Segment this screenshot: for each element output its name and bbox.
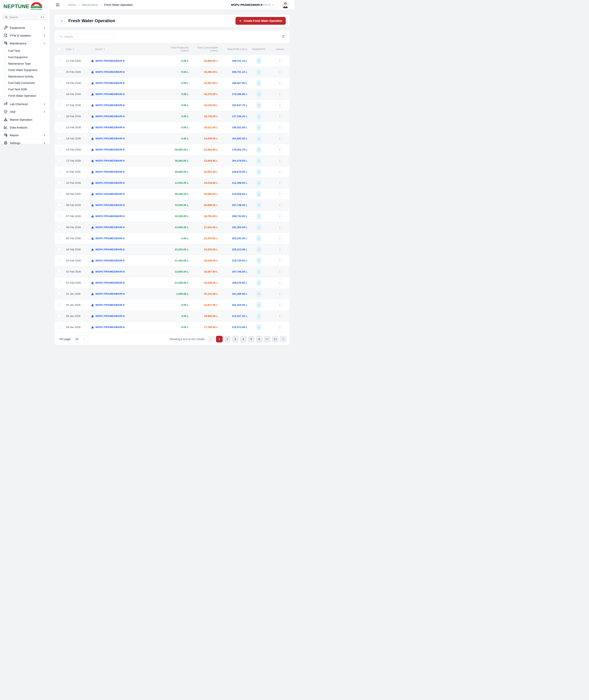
row-actions-button[interactable]: [276, 224, 283, 231]
create-fresh-water-operation-button[interactable]: Create Fresh Water Operation: [235, 17, 286, 25]
equipments-badge[interactable]: 2: [256, 169, 261, 175]
sidebar-item-maintenance[interactable]: Maintenance: [0, 39, 50, 47]
per-page-select[interactable]: 25: [73, 336, 88, 343]
sidebar-item-settings[interactable]: Settings: [0, 139, 50, 147]
sidebar-subitem-maintenance-type[interactable]: Maintenance Type: [8, 60, 50, 67]
row-checkbox[interactable]: [57, 303, 61, 306]
sidebar-search[interactable]: Search ⌘ K: [2, 14, 47, 20]
vessel-link[interactable]: MOPU PRAMESWARI-8: [95, 115, 125, 118]
equipments-badge[interactable]: 2: [256, 146, 261, 153]
equipments-badge[interactable]: 2: [256, 58, 261, 64]
equipments-badge[interactable]: 2: [256, 191, 261, 197]
row-checkbox[interactable]: [57, 125, 61, 129]
sidebar-subitem-fresh-water-equipment[interactable]: Fresh Water Equipment: [8, 67, 50, 73]
vessel-link[interactable]: MOPU PRAMESWARI-8: [95, 159, 125, 162]
pagination-ellipsis[interactable]: •••: [264, 336, 270, 342]
breadcrumb-maintenance[interactable]: Maintenance: [82, 3, 98, 6]
equipments-badge[interactable]: 2: [256, 91, 261, 97]
row-actions-button[interactable]: [276, 268, 283, 275]
sidebar-subitem-fuel-tank-rob[interactable]: Fuel Tank ROB: [8, 86, 50, 92]
sidebar-item-data-analysis[interactable]: Data Analysis: [0, 123, 50, 131]
equipments-badge[interactable]: 2: [256, 113, 261, 119]
row-actions-button[interactable]: [276, 102, 283, 109]
row-actions-button[interactable]: [276, 213, 283, 220]
row-actions-button[interactable]: [276, 68, 283, 75]
row-actions-button[interactable]: [276, 235, 283, 242]
vessel-link[interactable]: MOPU PRAMESWARI-8: [95, 237, 125, 240]
equipments-badge[interactable]: 2: [256, 269, 261, 275]
equipments-badge[interactable]: 2: [256, 158, 261, 164]
row-actions-button[interactable]: [276, 57, 283, 64]
sidebar-item-ptw-isolation[interactable]: PTW & Isolation: [0, 32, 50, 39]
select-all-checkbox[interactable]: [57, 47, 61, 51]
row-checkbox[interactable]: [57, 292, 61, 295]
row-checkbox[interactable]: [57, 103, 61, 107]
equipments-badge[interactable]: 2: [256, 224, 261, 231]
column-header-date[interactable]: Date: [64, 43, 89, 55]
vessel-link[interactable]: MOPU PRAMESWARI-8: [95, 59, 125, 62]
equipments-badge[interactable]: 2: [256, 235, 261, 242]
row-actions-button[interactable]: [276, 91, 283, 98]
row-actions-button[interactable]: [276, 80, 283, 87]
row-checkbox[interactable]: [57, 114, 61, 118]
row-checkbox[interactable]: [57, 314, 61, 318]
row-checkbox[interactable]: [57, 59, 61, 62]
vessel-link[interactable]: MOPU PRAMESWARI-8: [95, 326, 125, 329]
equipments-badge[interactable]: 2: [256, 124, 261, 130]
sidebar-toggle-icon[interactable]: [56, 3, 59, 7]
row-checkbox[interactable]: [57, 192, 61, 196]
vessel-link[interactable]: MOPU PRAMESWARI-8: [95, 148, 125, 151]
sidebar-item-equipments[interactable]: Equipments: [0, 24, 50, 32]
row-checkbox[interactable]: [57, 181, 61, 185]
row-actions-button[interactable]: [276, 324, 283, 331]
equipments-badge[interactable]: 2: [256, 302, 261, 308]
equipments-badge[interactable]: 2: [256, 280, 261, 286]
vessel-link[interactable]: MOPU PRAMESWARI-8: [95, 137, 125, 140]
vessel-link[interactable]: MOPU PRAMESWARI-8: [95, 248, 125, 251]
vessel-link[interactable]: MOPU PRAMESWARI-8: [95, 193, 125, 196]
equipments-badge[interactable]: 2: [256, 102, 261, 108]
column-header-vessel[interactable]: Vessel: [89, 43, 152, 55]
equipments-badge[interactable]: 2: [256, 69, 261, 75]
table-search-input[interactable]: [58, 33, 113, 40]
row-checkbox[interactable]: [57, 225, 61, 229]
vessel-link[interactable]: MOPU PRAMESWARI-8: [95, 93, 125, 95]
equipments-badge[interactable]: 2: [256, 180, 261, 186]
equipments-badge[interactable]: 2: [256, 291, 261, 297]
vessel-link[interactable]: MOPU PRAMESWARI-8: [95, 292, 125, 295]
sidebar-item-hse[interactable]: HSE: [0, 108, 50, 116]
vessel-link[interactable]: MOPU PRAMESWARI-8: [95, 81, 125, 84]
row-checkbox[interactable]: [57, 81, 61, 84]
refresh-button[interactable]: [280, 33, 286, 40]
row-actions-button[interactable]: [276, 290, 283, 297]
vessel-link[interactable]: MOPU PRAMESWARI-8: [95, 215, 125, 218]
equipments-badge[interactable]: 2: [256, 80, 261, 86]
breadcrumb-home[interactable]: Home: [68, 3, 76, 6]
vessel-link[interactable]: MOPU PRAMESWARI-8: [95, 204, 125, 207]
row-actions-button[interactable]: [276, 180, 283, 187]
row-checkbox[interactable]: [57, 92, 61, 95]
vessel-link[interactable]: MOPU PRAMESWARI-8: [95, 170, 125, 173]
next-page-button[interactable]: [280, 336, 286, 342]
row-actions-button[interactable]: [276, 113, 283, 120]
vessel-link[interactable]: MOPU PRAMESWARI-8: [95, 270, 125, 273]
previous-page-button[interactable]: [208, 336, 215, 342]
vessel-link[interactable]: MOPU PRAMESWARI-8: [95, 304, 125, 306]
row-actions-button[interactable]: [276, 168, 283, 176]
sidebar-subitem-fuel-equipment[interactable]: Fuel Equipment: [8, 54, 50, 60]
row-checkbox[interactable]: [57, 136, 61, 140]
vessel-link[interactable]: MOPU PRAMESWARI-8: [95, 104, 125, 107]
sidebar-subitem-fresh-water-operation[interactable]: Fresh Water Operation: [8, 92, 50, 99]
row-actions-button[interactable]: [276, 135, 283, 142]
row-checkbox[interactable]: [57, 236, 61, 240]
page-button-4[interactable]: 4: [240, 336, 246, 342]
page-button-3[interactable]: 3: [232, 336, 239, 342]
row-checkbox[interactable]: [57, 270, 61, 273]
row-actions-button[interactable]: [276, 124, 283, 131]
row-actions-button[interactable]: [276, 246, 283, 253]
equipments-badge[interactable]: 2: [256, 135, 261, 142]
equipments-badge[interactable]: 2: [256, 324, 261, 330]
row-actions-button[interactable]: [276, 279, 283, 286]
row-checkbox[interactable]: [57, 170, 61, 173]
sidebar-subitem-fuel-tank[interactable]: Fuel Tank: [8, 47, 50, 54]
